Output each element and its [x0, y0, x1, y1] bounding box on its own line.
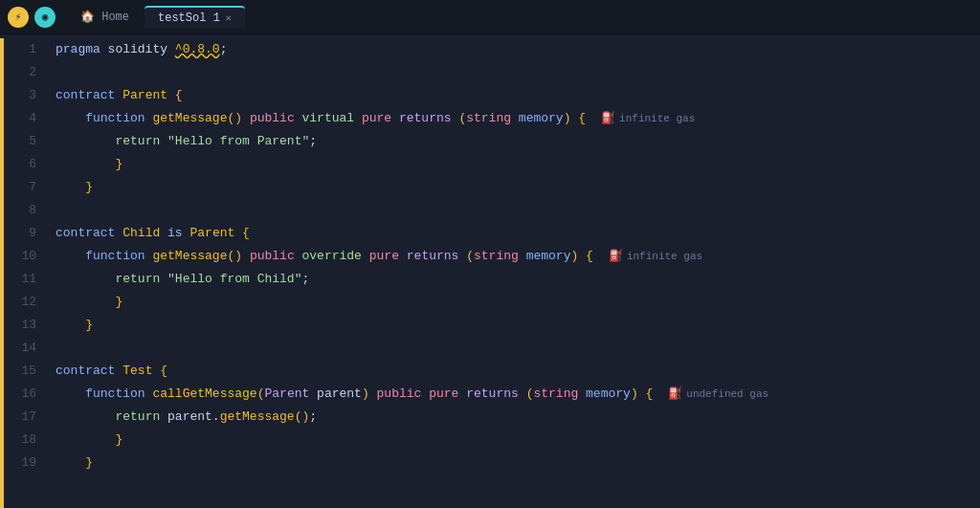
line-num-19: 19 — [11, 452, 36, 475]
gas-annotation-line4: ⛽ infinite gas — [601, 107, 695, 130]
gas-annotation-line10: ⛽ infinite gas — [609, 245, 702, 268]
code-line-15: contract Test { — [56, 360, 969, 383]
line-num-1: 1 — [11, 38, 36, 61]
code-line-5: return "Hello from Parent" ; — [56, 130, 969, 153]
tab-testsol[interactable]: testSol 1 ✕ — [145, 6, 245, 29]
code-line-8 — [56, 199, 969, 222]
line-numbers: 1 2 3 4 5 6 7 8 9 10 11 12 13 14 15 16 1… — [4, 38, 44, 508]
line-num-8: 8 — [11, 199, 36, 222]
code-line-18: } — [56, 429, 969, 452]
code-line-14 — [56, 337, 969, 360]
gas-label-line16: undefined gas — [686, 383, 768, 406]
icon-yellow[interactable]: ⚡ — [8, 7, 29, 28]
line-num-2: 2 — [11, 61, 36, 84]
code-line-12: } — [56, 291, 969, 314]
code-line-9: contract Child is Parent { — [56, 222, 969, 245]
code-line-13: } — [56, 314, 969, 337]
line-num-15: 15 — [11, 360, 36, 383]
code-line-19: } — [56, 452, 969, 475]
code-line-6: } — [56, 153, 969, 176]
editor: 1 2 3 4 5 6 7 8 9 10 11 12 13 14 15 16 1… — [0, 34, 980, 508]
top-bar-icons: ⚡ ◉ — [8, 7, 56, 28]
line-num-6: 6 — [11, 153, 36, 176]
line-num-14: 14 — [11, 337, 36, 360]
tab-home-label: 🏠 Home — [80, 10, 129, 24]
code-line-17: return parent. getMessage () ; — [56, 406, 969, 429]
code-line-7: } — [56, 176, 969, 199]
line-num-12: 12 — [11, 291, 36, 314]
code-area[interactable]: pragma solidity ^0.8.0 ; contract Parent… — [44, 38, 980, 508]
line-num-18: 18 — [11, 429, 36, 452]
line-num-13: 13 — [11, 314, 36, 337]
line-num-3: 3 — [11, 84, 36, 107]
line-num-4: 4 — [11, 107, 36, 130]
code-line-4: function getMessage () public virtual pu… — [56, 107, 969, 130]
tab-close-icon[interactable]: ✕ — [226, 12, 232, 24]
line-num-5: 5 — [11, 130, 36, 153]
line-num-17: 17 — [11, 406, 36, 429]
gas-annotation-line16: ⛽ undefined gas — [668, 383, 768, 406]
line-num-11: 11 — [11, 268, 36, 291]
code-line-11: return "Hello from Child" ; — [56, 268, 969, 291]
pragma-keyword: pragma — [56, 38, 100, 61]
icon-teal[interactable]: ◉ — [34, 7, 56, 28]
code-line-3: contract Parent { — [56, 84, 969, 107]
code-line-2 — [56, 61, 969, 84]
tabs: 🏠 Home testSol 1 ✕ — [67, 6, 245, 29]
code-line-10: function getMessage () public override p… — [56, 245, 969, 268]
top-bar: ⚡ ◉ 🏠 Home testSol 1 ✕ — [0, 0, 980, 34]
tab-testsol-label: testSol 1 — [158, 11, 220, 25]
version-number: ^0.8.0 — [175, 38, 220, 61]
gas-label-line10: infinite gas — [627, 245, 702, 268]
gas-icon-line10: ⛽ — [609, 245, 623, 268]
gas-icon-line16: ⛽ — [668, 383, 682, 406]
code-line-1: pragma solidity ^0.8.0 ; — [56, 38, 969, 61]
line-num-10: 10 — [11, 245, 36, 268]
tab-home[interactable]: 🏠 Home — [67, 6, 143, 28]
gas-label-line4: infinite gas — [619, 107, 695, 130]
gas-icon-line4: ⛽ — [601, 107, 615, 130]
line-num-7: 7 — [11, 176, 36, 199]
line-num-9: 9 — [11, 222, 36, 245]
line-num-16: 16 — [11, 383, 36, 406]
code-line-16: function callGetMessage ( Parent parent … — [56, 383, 969, 406]
